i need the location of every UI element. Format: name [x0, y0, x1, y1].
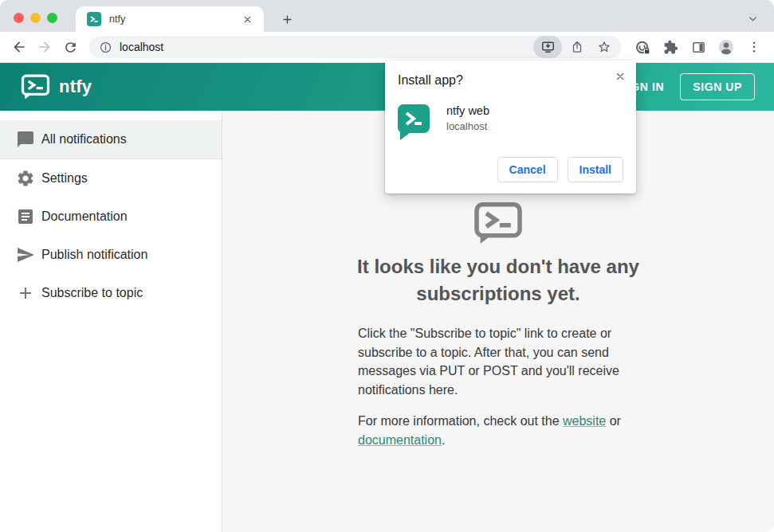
empty-state-text: Click the "Subscribe to topic" link to c…: [358, 324, 638, 449]
browser-window: ntfy localhost: [0, 0, 774, 532]
profile-avatar[interactable]: [714, 35, 738, 59]
side-panel-icon[interactable]: [686, 35, 710, 59]
star-icon[interactable]: [592, 36, 616, 58]
ntfy-logo-icon: [21, 74, 50, 100]
sidebar-item-label: Documentation: [41, 209, 128, 224]
install-app-icon[interactable]: [533, 36, 562, 58]
brand-name: ntfy: [59, 76, 92, 97]
app-icon-tail: [400, 132, 411, 140]
send-icon: [16, 245, 35, 264]
sidebar-item-label: Settings: [41, 171, 88, 186]
maximize-window-button[interactable]: [47, 13, 57, 23]
sidebar-item-label: Publish notification: [41, 248, 147, 262]
dialog-close-icon[interactable]: [611, 67, 630, 86]
install-app-dialog: Install app? ntfy web localhost Cancel I…: [385, 61, 636, 194]
browser-tab[interactable]: ntfy: [76, 6, 264, 32]
ntfy-empty-state-icon: [473, 201, 523, 244]
install-button[interactable]: Install: [568, 157, 623, 182]
article-icon: [16, 207, 35, 226]
website-link[interactable]: website: [563, 414, 606, 428]
back-icon[interactable]: [6, 34, 32, 60]
sidebar-item-label: Subscribe to topic: [41, 286, 143, 300]
ntfy-app-icon: [398, 104, 430, 133]
sign-up-button[interactable]: SIGN UP: [680, 73, 755, 100]
sidebar-item-publish-notification[interactable]: Publish notification: [0, 236, 222, 274]
share-icon[interactable]: [565, 36, 589, 58]
sidebar-item-settings[interactable]: Settings: [0, 159, 222, 198]
tab-close-icon[interactable]: [238, 10, 256, 28]
sidebar: All notifications Settings Documentation: [0, 111, 222, 532]
browser-toolbar: localhost: [0, 32, 774, 63]
dialog-app-name: ntfy web: [446, 104, 489, 117]
dialog-app-origin: localhost: [446, 120, 489, 132]
sidebar-item-documentation[interactable]: Documentation: [0, 198, 222, 236]
minimize-window-button[interactable]: [30, 13, 41, 23]
extensions-puzzle-icon[interactable]: [658, 35, 682, 59]
close-window-button[interactable]: [14, 13, 24, 23]
new-tab-icon[interactable]: [275, 7, 299, 31]
cancel-button[interactable]: Cancel: [497, 157, 558, 182]
privacy-extension-icon[interactable]: [631, 35, 654, 59]
menu-dots-icon[interactable]: [742, 35, 766, 59]
traffic-lights: [14, 13, 57, 23]
ntfy-favicon: [87, 12, 101, 26]
sidebar-item-all-notifications[interactable]: All notifications: [0, 120, 222, 158]
empty-state-heading: It looks like you don't have any subscri…: [357, 253, 639, 307]
tab-search-chevron-icon[interactable]: [742, 9, 763, 28]
address-bar[interactable]: localhost: [89, 36, 621, 58]
more-info-paragraph: For more information, check out the webs…: [358, 412, 638, 449]
tab-strip: ntfy: [0, 0, 774, 32]
sidebar-item-label: All notifications: [41, 132, 127, 147]
url-text[interactable]: localhost: [120, 41, 533, 53]
plus-icon: [16, 284, 35, 303]
gear-icon: [16, 169, 35, 188]
instructions-paragraph: Click the "Subscribe to topic" link to c…: [358, 324, 638, 399]
reload-icon[interactable]: [57, 34, 83, 60]
chat-icon: [16, 130, 35, 149]
sidebar-item-subscribe-to-topic[interactable]: Subscribe to topic: [0, 274, 222, 312]
site-info-icon[interactable]: [99, 41, 112, 54]
documentation-link[interactable]: documentation: [358, 433, 442, 447]
forward-icon: [32, 34, 57, 60]
tab-title: ntfy: [109, 14, 238, 25]
dialog-title: Install app?: [398, 73, 623, 88]
